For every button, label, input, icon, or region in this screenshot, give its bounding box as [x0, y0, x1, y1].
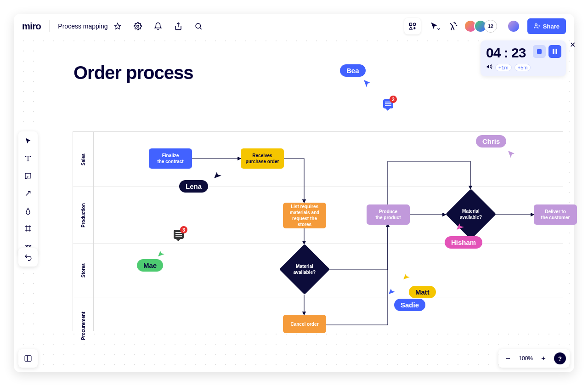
- svg-point-11: [456, 25, 457, 26]
- node-decision-material-1[interactable]: Material available?: [279, 244, 330, 295]
- pen-tool[interactable]: [22, 205, 34, 217]
- current-user-avatar[interactable]: [507, 20, 520, 33]
- cursor-icon: [402, 272, 411, 280]
- svg-point-10: [455, 23, 456, 24]
- node-cancel[interactable]: Cancel order: [283, 315, 326, 333]
- svg-line-4: [200, 28, 201, 29]
- svg-rect-17: [553, 49, 554, 54]
- left-toolbar: [18, 131, 38, 255]
- cursor-tag-sadie: Sadie: [394, 299, 425, 311]
- svg-point-6: [413, 23, 415, 25]
- divider: [49, 20, 50, 32]
- zoom-controls: 100% ?: [498, 349, 570, 368]
- cursor-icon: [363, 79, 372, 88]
- bell-icon[interactable]: [152, 20, 164, 32]
- zoom-out-button[interactable]: [502, 352, 514, 364]
- timer-stop-button[interactable]: [533, 45, 546, 58]
- board-name[interactable]: Process mapping: [58, 20, 123, 32]
- apps-icon[interactable]: [404, 18, 421, 34]
- share-button[interactable]: Share: [527, 18, 566, 34]
- timer-pause-button[interactable]: [548, 45, 561, 58]
- cursor-tag-mae: Mae: [137, 259, 163, 272]
- svg-rect-18: [556, 49, 558, 54]
- cursor-mode-icon[interactable]: [428, 20, 440, 32]
- svg-rect-26: [25, 356, 31, 361]
- share-label: Share: [543, 23, 560, 30]
- brand-logo[interactable]: miro: [22, 21, 41, 32]
- lane-label: Stores: [73, 244, 94, 297]
- arrow-tool[interactable]: [22, 187, 34, 199]
- timer-add-5m[interactable]: +5m: [514, 64, 531, 71]
- close-icon[interactable]: ✕: [568, 39, 577, 51]
- svg-point-1: [136, 25, 139, 28]
- cursor-tag-bea: Bea: [340, 64, 366, 77]
- top-bar: miro Process mapping: [14, 14, 574, 39]
- cursor-icon: [507, 150, 516, 159]
- cursor-tag-hisham: Hisham: [445, 236, 482, 249]
- swimlanes: Sales Production Stores Procurement: [73, 131, 563, 331]
- node-receives[interactable]: Receives purchase order: [241, 148, 284, 169]
- node-finalize[interactable]: Finalize the contract: [149, 148, 192, 169]
- svg-rect-5: [409, 23, 412, 25]
- svg-marker-7: [409, 27, 412, 29]
- svg-line-21: [26, 191, 30, 195]
- settings-icon[interactable]: [132, 20, 144, 32]
- select-tool[interactable]: [22, 135, 34, 147]
- cursor-tag-lena: Lena: [179, 180, 208, 193]
- comment-bubble[interactable]: 2: [383, 99, 393, 108]
- timer-add-1m[interactable]: +1m: [495, 64, 512, 71]
- node-produce[interactable]: Produce the product: [367, 204, 410, 225]
- zoom-level[interactable]: 100%: [519, 355, 533, 362]
- lane-label: Sales: [73, 132, 94, 187]
- sound-icon[interactable]: [486, 63, 492, 72]
- lane-label: Production: [73, 187, 94, 244]
- cursor-tag-matt: Matt: [409, 286, 436, 298]
- text-tool[interactable]: [22, 153, 34, 165]
- svg-point-13: [535, 24, 537, 26]
- minimap-button[interactable]: [18, 349, 38, 368]
- collaborator-avatars[interactable]: 12: [467, 20, 497, 33]
- svg-rect-16: [537, 49, 542, 54]
- undo-button[interactable]: [18, 248, 38, 267]
- node-list-requires[interactable]: List requires materials and request the …: [283, 203, 326, 228]
- svg-point-12: [454, 22, 454, 23]
- help-button[interactable]: ?: [554, 352, 566, 364]
- frame-title[interactable]: Order process: [74, 62, 193, 83]
- svg-point-3: [196, 23, 201, 28]
- cursor-icon: [213, 170, 222, 179]
- board-name-text: Process mapping: [58, 23, 107, 30]
- export-icon[interactable]: [172, 20, 184, 32]
- cursor-icon: [388, 287, 396, 295]
- lane-label: Procurement: [73, 297, 94, 354]
- flowchart-area: Finalize the contract Receives purchase …: [94, 132, 563, 331]
- cursor-icon: [157, 249, 165, 257]
- star-icon[interactable]: [112, 20, 124, 32]
- comment-count-badge: 3: [180, 226, 187, 233]
- node-deliver[interactable]: Deliver to the customer: [534, 204, 577, 225]
- diagram-frame[interactable]: Order process Sales Production Stores Pr…: [43, 41, 563, 331]
- comment-bubble[interactable]: 3: [174, 230, 184, 239]
- frame-tool[interactable]: [22, 222, 34, 234]
- comment-count-badge: 2: [390, 96, 397, 103]
- node-decision-material-2[interactable]: Material available?: [446, 189, 496, 239]
- reactions-icon[interactable]: [447, 20, 459, 32]
- timer-panel: ✕ 04 : 23 +1m +5m: [481, 40, 566, 76]
- sticky-tool[interactable]: [22, 170, 34, 182]
- avatar-overflow-count: 12: [484, 20, 497, 33]
- search-icon[interactable]: [192, 20, 204, 32]
- zoom-in-button[interactable]: [537, 352, 549, 364]
- svg-marker-0: [114, 23, 120, 29]
- cursor-tag-chris: Chris: [476, 135, 506, 148]
- cursor-icon: [456, 221, 465, 231]
